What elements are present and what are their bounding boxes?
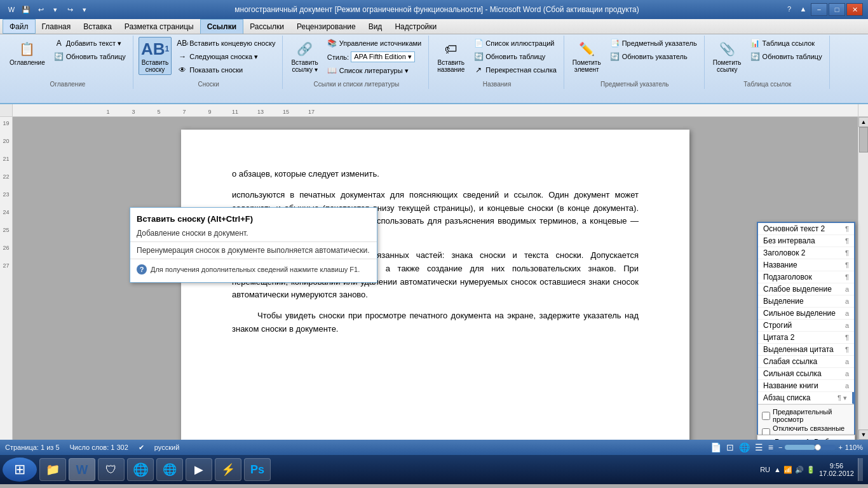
scroll-up-btn[interactable]: ▲	[858, 117, 868, 127]
style-item-0[interactable]: Основной текст 2 ¶	[758, 223, 854, 235]
ribbon-group-index: ✏️ Пометитьэлемент 📑 Предметный указател…	[566, 36, 705, 89]
style-dropdown[interactable]: APA Fifth Edition ▾	[351, 51, 415, 62]
zoom-track[interactable]	[785, 445, 836, 450]
status-lang[interactable]: русский	[154, 444, 179, 451]
redo-btn[interactable]: ↪	[64, 4, 76, 15]
btn-index[interactable]: 📑 Предметный указатель	[607, 37, 700, 50]
ribbon-group-footnotes: AB1 Вставитьсноску ABi Вставить концевую…	[135, 36, 283, 89]
menu-addons[interactable]: Надстройки	[388, 19, 443, 34]
style-item-4[interactable]: Подзаголовок ¶	[758, 271, 854, 283]
taskbar-explorer[interactable]: 📁	[39, 458, 66, 481]
ribbon-group-toa: 📎 Пометитьссылку 📊 Таблица ссылок 🔄 Обно…	[706, 36, 830, 89]
zoom-plus-icon[interactable]: +	[838, 444, 842, 451]
btn-update-toc[interactable]: 🔄 Обновить таблицу	[51, 50, 129, 63]
zoom-handle[interactable]	[815, 444, 821, 451]
taskbar-flash[interactable]: ⚡	[215, 458, 241, 481]
btn-insert-toa[interactable]: 📊 Таблица ссылок	[747, 37, 825, 50]
scroll-thumb[interactable]	[859, 127, 868, 152]
taskbar-tray: ▲ 📶 🔊 🔋	[774, 466, 815, 474]
checkbox-preview[interactable]: Предварительный просмотр	[762, 407, 850, 424]
menu-file[interactable]: Файл	[3, 19, 36, 34]
style-item-1[interactable]: Без интервала ¶	[758, 235, 854, 247]
taskbar-clock[interactable]: 9:56 17.02.2012	[819, 462, 854, 477]
undo-dropdown[interactable]: ▾	[49, 4, 62, 15]
start-button[interactable]: ⊞	[3, 458, 37, 482]
style-item-7[interactable]: Сильное выделение а	[758, 308, 854, 320]
btn-bibliography[interactable]: 📖 Список литературы ▾	[324, 64, 424, 77]
zoom-minus-icon[interactable]: −	[778, 444, 782, 451]
btn-add-text[interactable]: A Добавить текст ▾	[51, 37, 129, 50]
explorer-icon: 📁	[45, 462, 60, 477]
style-item-9[interactable]: Цитата 2 ¶	[758, 332, 854, 344]
help-btn[interactable]: ?	[783, 3, 796, 15]
style-item-8[interactable]: Строгий а	[758, 320, 854, 332]
zoom-slider[interactable]: − + 110%	[778, 444, 863, 451]
btn-cross-ref[interactable]: ↗ Перекрестная ссылка	[470, 64, 560, 76]
bibliography-icon: 📖	[327, 65, 337, 76]
taskbar-chrome[interactable]: 🌐	[127, 458, 154, 481]
btn-mark-cite[interactable]: 📎 Пометитьссылку	[710, 37, 745, 75]
style-selector[interactable]: Стиль: APA Fifth Edition ▾	[324, 50, 424, 64]
btn-mark-element[interactable]: ✏️ Пометитьэлемент	[569, 37, 604, 75]
taskbar-lang[interactable]: RU	[760, 466, 770, 473]
style-item-6[interactable]: Выделение а	[758, 295, 854, 308]
captions-small-group: 📄 Список иллюстраций 🔄 Обновить таблицу …	[470, 37, 560, 76]
save-btn[interactable]: 💾	[20, 4, 32, 15]
style-item-13[interactable]: Название книги а	[758, 380, 854, 392]
style-item-14[interactable]: Абзац списка ¶ ▾	[758, 392, 854, 404]
style-item-2[interactable]: Заголовок 2 ¶	[758, 247, 854, 259]
taskbar-photoshop[interactable]: Ps	[244, 458, 271, 481]
menu-mailing[interactable]: Рассылки	[243, 19, 290, 34]
view-draft-btn[interactable]: ≡	[768, 442, 773, 452]
update-index-icon: 🔄	[610, 51, 620, 62]
menu-view[interactable]: Вид	[362, 19, 389, 34]
btn-update-toa[interactable]: 🔄 Обновить таблицу	[747, 50, 825, 63]
view-fullscreen-btn[interactable]: ⊡	[726, 442, 734, 452]
add-text-icon: A	[54, 38, 64, 48]
btn-manage-sources[interactable]: 📚 Управление источниками	[324, 37, 424, 50]
menu-home[interactable]: Главная	[36, 19, 78, 34]
taskbar-antivirus[interactable]: 🛡	[98, 458, 125, 481]
taskbar-word[interactable]: W	[69, 458, 95, 481]
btn-ogl[interactable]: 📋 Оглавление	[6, 37, 48, 68]
menu-layout[interactable]: Разметка страницы	[118, 19, 200, 34]
ribbon-toggle[interactable]: ▲	[797, 3, 810, 15]
para-1: о абзацев, которые следует изменить.	[232, 168, 639, 181]
minimize-btn[interactable]: −	[811, 3, 827, 16]
captions-label: Названия	[434, 79, 560, 88]
style-item-3[interactable]: Название ¶	[758, 259, 854, 271]
view-print-btn[interactable]: 📄	[710, 442, 721, 452]
style-item-12[interactable]: Сильная ссылка а	[758, 368, 854, 380]
btn-end-footnote[interactable]: ABi Вставить концевую сноску	[174, 37, 278, 50]
style-item-11[interactable]: Слабая ссылка а	[758, 356, 854, 368]
menu-insert[interactable]: Вставка	[77, 19, 118, 34]
scroll-down-btn[interactable]: ▼	[858, 430, 868, 440]
quick-access-more[interactable]: ▾	[78, 4, 91, 15]
taskbar-network[interactable]: 🌐	[156, 458, 183, 481]
btn-next-footnote[interactable]: → Следующая сноска ▾	[174, 50, 278, 63]
view-outline-btn[interactable]: ☰	[755, 442, 763, 452]
scroll-track[interactable]	[858, 127, 868, 430]
style-item-10[interactable]: Выделенная цитата ¶	[758, 344, 854, 356]
style-value: APA Fifth Edition ▾	[354, 53, 412, 61]
close-btn[interactable]: ✕	[846, 3, 863, 16]
menu-refs[interactable]: Ссылки	[200, 19, 243, 34]
btn-insert-caption[interactable]: 🏷 Вставитьназвание	[434, 37, 468, 75]
btn-insert-link[interactable]: 🔗 Вставитьссылку ▾	[288, 37, 321, 75]
taskbar-media[interactable]: ▶	[186, 458, 212, 481]
maximize-btn[interactable]: □	[829, 3, 845, 16]
view-web-btn[interactable]: 🌐	[739, 442, 750, 452]
undo-btn[interactable]: ↩	[34, 4, 47, 15]
btn-insert-footnote[interactable]: AB1 Вставитьсноску	[139, 37, 172, 75]
checkbox-preview-input[interactable]	[762, 412, 770, 420]
captions-content: 🏷 Вставитьназвание 📄 Список иллюстраций …	[434, 37, 560, 79]
btn-list-illus[interactable]: 📄 Список иллюстраций	[470, 37, 560, 50]
btn-update-index[interactable]: 🔄 Обновить указатель	[607, 50, 700, 63]
para-4: Чтобы увидеть сноски при просмотре печат…	[232, 309, 639, 336]
style-item-5[interactable]: Слабое выделение а	[758, 283, 854, 295]
word-icon: W	[5, 4, 18, 15]
btn-update-captions[interactable]: 🔄 Обновить таблицу	[470, 50, 560, 63]
btn-show-footnotes[interactable]: 👁 Показать сноски	[174, 64, 278, 76]
menu-review[interactable]: Рецензирование	[290, 19, 362, 34]
show-desktop-btn[interactable]	[858, 458, 863, 481]
